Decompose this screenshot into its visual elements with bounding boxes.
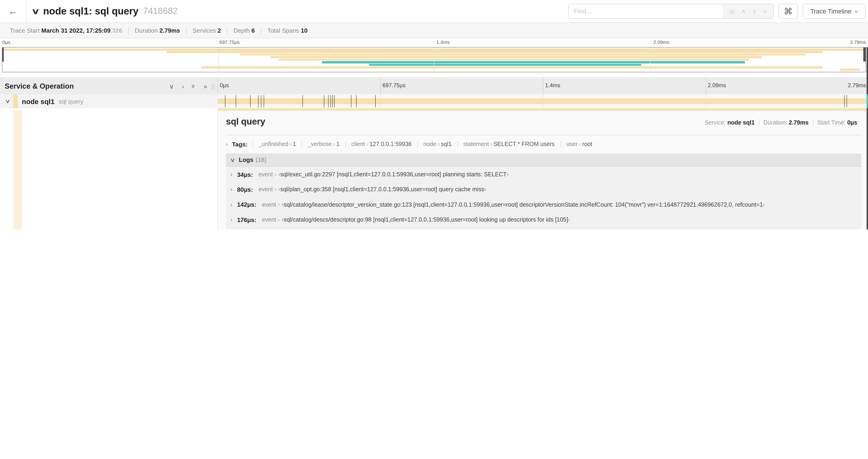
log-field-key: event	[262, 201, 276, 208]
trace-meta-item: Total Spans 10	[261, 27, 314, 34]
span-summary-item: Service: node sql1	[701, 120, 759, 126]
log-time: 34μs:	[237, 171, 253, 178]
minimap-axis-label: 2.79ms	[850, 39, 866, 45]
minimap-axis-label: 1.4ms	[436, 39, 450, 45]
chevron-down-icon: ∨	[854, 9, 859, 14]
log-field-key: event	[258, 171, 273, 178]
minimap-span-bar	[240, 54, 805, 56]
span-log-marker	[264, 95, 265, 107]
log-row[interactable]: ›142μs:event=‹sql/catalog/lease/descript…	[226, 197, 862, 212]
span-log-marker	[331, 95, 331, 107]
tag-value: 1	[337, 141, 340, 147]
meta-item-label: Total Spans	[268, 27, 301, 34]
timeline-tick-label: 2.09ms	[705, 82, 726, 89]
locate-icon[interactable]: ◎	[730, 8, 735, 15]
log-field-value: sql/plan_opt.go:358 [nsql1,client=127.0.…	[280, 186, 484, 193]
right-edge-teal-segment	[867, 94, 868, 108]
top-right-controls: ◎ ∧ ∨ × ⌘ Trace Timeline ∨	[568, 4, 866, 19]
span-log-marker	[375, 95, 376, 107]
summary-label: Duration:	[764, 120, 789, 126]
trace-view-select[interactable]: Trace Timeline ∨	[803, 4, 866, 19]
timeline-right-edge-scrubber[interactable]	[867, 47, 868, 230]
logs-accordion-header[interactable]: ∨ Logs (18)	[226, 154, 862, 167]
minimap-span-bar	[270, 56, 762, 58]
minimap-axis-label: 2.09ms	[653, 39, 670, 45]
log-row[interactable]: ›34μs:event=‹sql/exec_util.go:2297 [nsql…	[226, 167, 862, 182]
meta-item-value: 6	[251, 27, 255, 34]
jaeger-trace-page: ← ∨ node sql1: sql query 7418682 ◎ ∧ ∨ ×…	[0, 0, 868, 230]
tags-accordion[interactable]: › Tags: _unfinished=1_verbose=1client=12…	[226, 138, 862, 150]
equals-sign: =	[332, 142, 337, 147]
collapse-one-icon[interactable]: ∨	[169, 83, 174, 89]
trace-meta-bar: Trace Start March 31 2022, 17:25:09.326D…	[0, 23, 868, 38]
service-operation-label: Service & Operation	[5, 82, 169, 90]
command-icon: ⌘	[784, 6, 793, 17]
tag-key: client	[351, 141, 365, 147]
span-summary-item: Start Time: 0μs	[813, 120, 862, 126]
span-log-marker	[302, 95, 303, 107]
span-log-marker	[844, 95, 845, 107]
minimap-gridline	[650, 47, 650, 72]
tag-value: SELECT * FROM users	[494, 141, 555, 147]
span-log-marker	[250, 95, 251, 107]
minimap-left-scrubber[interactable]	[2, 47, 4, 62]
chevron-down-icon[interactable]: ∨	[5, 98, 10, 104]
chevron-down-icon[interactable]: ∨	[31, 6, 40, 16]
tag-value: sql1	[441, 141, 452, 147]
summary-value: node sql1	[727, 120, 754, 126]
top-bar: ← ∨ node sql1: sql query 7418682 ◎ ∧ ∨ ×…	[0, 0, 868, 23]
prev-match-icon[interactable]: ∧	[741, 8, 746, 15]
chevron-right-icon: ›	[230, 201, 232, 208]
span-log-marker	[333, 95, 333, 107]
back-arrow-icon: ←	[8, 5, 18, 17]
find-input[interactable]	[569, 4, 723, 18]
span-log-marker	[846, 95, 847, 107]
trace-meta-item: Services 2	[186, 27, 227, 34]
tag-key: node	[423, 141, 436, 147]
equals-sign: =	[276, 217, 282, 222]
find-icons: ◎ ∧ ∨ ×	[723, 4, 773, 18]
trace-minimap[interactable]	[2, 47, 866, 72]
timeline-tick-label: 2.79ms	[848, 82, 866, 89]
close-angle: ›	[763, 201, 765, 208]
meta-item-label: Services	[193, 27, 218, 34]
span-bar-area[interactable]	[217, 94, 868, 108]
next-match-icon[interactable]: ∨	[752, 8, 757, 15]
span-log-marker	[328, 95, 329, 107]
tag-item: statement=SELECT * FROM users	[457, 141, 560, 147]
span-log-marker	[261, 95, 261, 107]
expand-all-icon[interactable]: »	[204, 83, 207, 89]
keyboard-shortcuts-button[interactable]: ⌘	[778, 4, 798, 19]
expand-one-icon[interactable]: ›	[182, 83, 184, 89]
equals-sign: =	[273, 172, 278, 177]
meta-item-value: 2.79ms	[159, 27, 180, 34]
trace-view-label: Trace Timeline	[810, 8, 851, 15]
tag-key: _verbose	[308, 141, 332, 147]
equals-sign: =	[273, 187, 278, 192]
minimap-span-bar	[840, 69, 860, 71]
log-field-value: sql/catalog/lease/descriptor_version_sta…	[284, 201, 763, 208]
column-resize-handle[interactable]: ||	[212, 84, 215, 89]
log-row[interactable]: ›176μs:event=‹sql/catalog/descs/descript…	[226, 212, 862, 227]
equals-sign: =	[489, 142, 494, 147]
span-summary-item: Duration: 2.79ms	[759, 120, 813, 126]
minimap-right-scrubber[interactable]	[863, 47, 866, 62]
span-detail-title: sql query	[226, 117, 265, 127]
service-operation-header: Service & Operation ∨ › » » ||	[0, 78, 218, 94]
log-row[interactable]: ›189μs:event=‹sql/catalog/lease/descript…	[226, 227, 862, 230]
span-duration-bar[interactable]	[217, 98, 868, 104]
back-button[interactable]: ←	[0, 0, 27, 22]
collapse-all-icon[interactable]: »	[191, 84, 197, 88]
equals-sign: =	[578, 142, 582, 147]
find-group: ◎ ∧ ∨ ×	[568, 4, 774, 19]
span-log-marker	[334, 95, 335, 107]
page-title: node sql1: sql query	[43, 6, 138, 17]
clear-search-icon[interactable]: ×	[763, 8, 767, 15]
span-row-name-cell[interactable]: ∨ node sql1 sql query	[0, 94, 218, 108]
timeline-tick-label: 0μs	[217, 82, 229, 89]
trace-id: 7418682	[143, 6, 178, 16]
meta-item-value: 10	[301, 27, 308, 34]
meta-item-label: Depth	[234, 27, 251, 34]
log-row[interactable]: ›80μs:event=‹sql/plan_opt.go:358 [nsql1,…	[226, 182, 862, 197]
tag-item: _verbose=1	[302, 141, 345, 147]
